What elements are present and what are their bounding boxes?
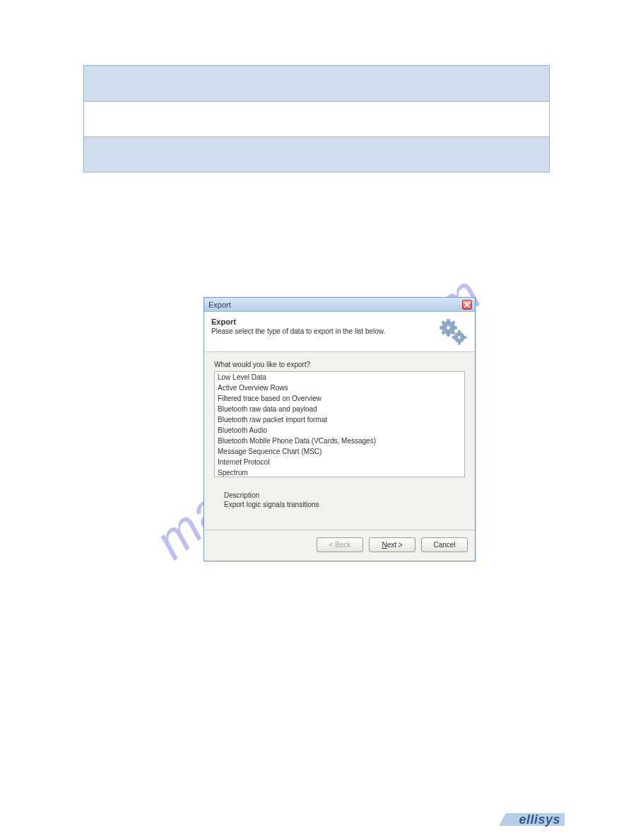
- dialog-button-row: < Back Next > Cancel: [204, 530, 475, 561]
- table-row: [84, 101, 549, 136]
- svg-point-3: [447, 326, 450, 329]
- svg-rect-15: [459, 342, 461, 345]
- svg-rect-7: [454, 327, 457, 329]
- list-item[interactable]: Bluetooth raw packet import format: [215, 414, 464, 425]
- list-item[interactable]: Active Overview Rows: [215, 383, 464, 393]
- background-table: [83, 65, 550, 173]
- export-type-listbox[interactable]: Low Level Data Active Overview Rows Filt…: [214, 371, 465, 477]
- export-dialog: Export Export Please select the type of …: [204, 297, 476, 561]
- dialog-titlebar[interactable]: Export: [204, 298, 475, 312]
- export-question: What would you like to export?: [214, 361, 465, 368]
- table-row: [84, 136, 549, 172]
- list-item[interactable]: Internet Protocol: [215, 457, 464, 467]
- list-item[interactable]: Low Level Data: [215, 372, 464, 383]
- list-item[interactable]: Bluetooth Mobile Phone Data (VCards, Mes…: [215, 436, 464, 446]
- gears-icon: [437, 317, 468, 346]
- next-button-label: Next >: [382, 541, 402, 549]
- svg-rect-14: [459, 330, 461, 333]
- svg-rect-6: [440, 327, 444, 329]
- list-item[interactable]: Bluetooth Audio: [215, 425, 464, 436]
- description-text: Export logic signals transitions: [224, 501, 465, 508]
- brand-logo: ellisys: [506, 813, 565, 826]
- dialog-body: What would you like to export? Low Level…: [204, 352, 475, 530]
- header-title: Export: [211, 317, 431, 326]
- next-button[interactable]: Next >: [369, 537, 415, 552]
- list-item[interactable]: Bluetooth raw data and payload: [215, 404, 464, 414]
- svg-rect-5: [447, 333, 450, 337]
- cancel-button[interactable]: Cancel: [421, 537, 468, 552]
- dialog-header: Export Please select the type of data to…: [204, 312, 475, 352]
- description-label: Description: [224, 491, 465, 499]
- list-item[interactable]: Filtered trace based on Overview: [215, 393, 464, 404]
- back-button: < Back: [317, 537, 363, 552]
- dialog-title: Export: [208, 301, 231, 309]
- table-row: [84, 66, 549, 101]
- cancel-button-label: Cancel: [433, 541, 455, 549]
- brand-text: ellisys: [517, 812, 562, 827]
- svg-point-13: [458, 336, 461, 339]
- header-subtitle: Please select the type of data to export…: [211, 327, 431, 335]
- svg-rect-16: [452, 337, 455, 339]
- description-block: Description Export logic signals transit…: [224, 491, 465, 508]
- svg-rect-17: [464, 337, 466, 339]
- svg-rect-4: [447, 320, 450, 323]
- close-icon[interactable]: [462, 300, 472, 310]
- back-button-label: < Back: [329, 541, 351, 549]
- list-item[interactable]: Message Sequence Chart (MSC): [215, 446, 464, 457]
- list-item[interactable]: Spectrum: [215, 467, 464, 477]
